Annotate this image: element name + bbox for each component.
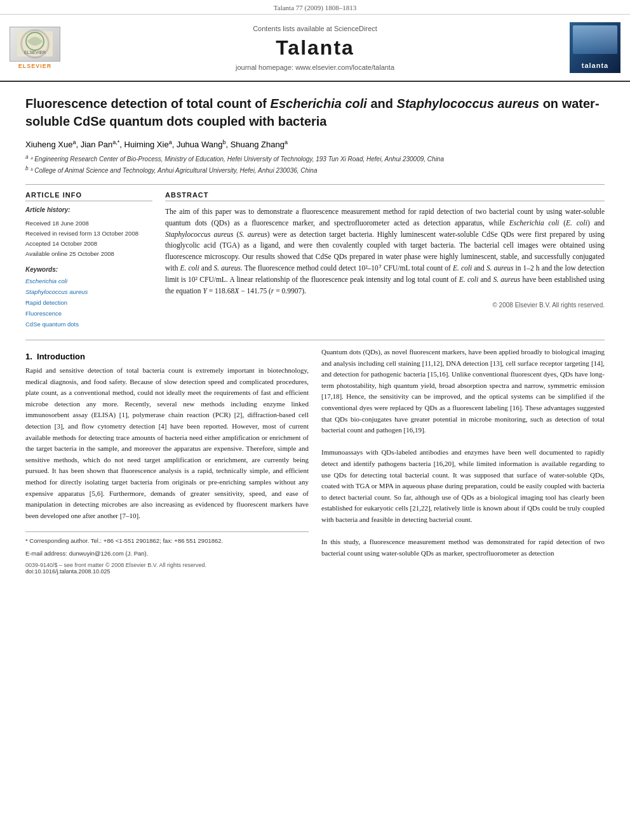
keyword-3: Rapid detection <box>25 297 152 308</box>
keyword-2: Staphylococcus aureus <box>25 286 152 297</box>
article-info-heading: ARTICLE INFO <box>25 191 152 201</box>
journal-volume-info: Talanta 77 (2009) 1808–1813 <box>274 4 356 11</box>
history-label: Article history: <box>25 206 152 213</box>
elsevier-logo-image: ELSEVIER <box>10 27 60 62</box>
authors-line: Xiuheng Xuea, Jian Pana,*, Huiming Xiea,… <box>25 139 605 149</box>
article-dates: Received 18 June 2008 Received in revise… <box>25 218 152 260</box>
keyword-1: Escherichia coli <box>25 276 152 286</box>
abstract-heading: ABSTRACT <box>165 191 605 201</box>
intro-right-text: Quantum dots (QDs), as novel fluorescent… <box>321 347 605 559</box>
journal-header-center: Contents lists available at ScienceDirec… <box>70 20 560 76</box>
date-accepted: Accepted 14 October 2008 <box>25 239 152 249</box>
divider-1 <box>25 184 605 185</box>
journal-top-bar: Talanta 77 (2009) 1808–1813 <box>0 0 630 15</box>
talanta-logo: talanta <box>570 22 620 73</box>
intro-section-title: 1. Introduction <box>25 352 309 361</box>
elsevier-logo-area: ELSEVIER ELSEVIER <box>0 20 70 76</box>
abstract-text: The aim of this paper was to demonstrate… <box>165 206 605 297</box>
svg-rect-0 <box>17 31 53 57</box>
divider-2 <box>25 340 605 340</box>
article-info-abstract-section: ARTICLE INFO Article history: Received 1… <box>25 191 605 330</box>
paper-title: Fluorescence detection of total count of… <box>25 95 605 130</box>
body-two-col: 1. Introduction Rapid and sensitive dete… <box>25 347 605 575</box>
talanta-logo-text: talanta <box>582 62 608 69</box>
article-info-column: ARTICLE INFO Article history: Received 1… <box>25 191 152 330</box>
footer-doi: doi:10.1016/j.talanta.2008.10.025 <box>25 568 309 575</box>
svg-point-1 <box>26 32 44 50</box>
affiliation-a: a ᵃ Engineering Research Center of Bio-P… <box>25 153 605 164</box>
body-left-column: 1. Introduction Rapid and sensitive dete… <box>25 347 309 575</box>
body-right-column: Quantum dots (QDs), as novel fluorescent… <box>321 347 605 575</box>
svg-text:ELSEVIER: ELSEVIER <box>24 50 46 55</box>
talanta-logo-area: talanta <box>560 20 630 76</box>
elsevier-text-label: ELSEVIER <box>18 63 52 69</box>
keywords-label: Keywords: <box>25 266 152 273</box>
homepage-text: journal homepage: www.elsevier.com/locat… <box>236 63 394 71</box>
keywords-list: Escherichia coli Staphylococcus aureus R… <box>25 276 152 330</box>
abstract-column: ABSTRACT The aim of this paper was to de… <box>165 191 605 330</box>
intro-left-text: Rapid and sensitive detection of total b… <box>25 365 309 521</box>
journal-title: Talanta <box>276 36 354 60</box>
date-revised: Received in revised form 13 October 2008 <box>25 229 152 239</box>
intro-number: 1. <box>25 352 32 361</box>
affiliations: a ᵃ Engineering Research Center of Bio-P… <box>25 153 605 175</box>
journal-homepage: journal homepage: www.elsevier.com/locat… <box>236 63 394 71</box>
affiliation-b: b ᵇ College of Animal Science and Techno… <box>25 164 605 175</box>
footnote-email: E-mail address: dunwuyin@126.com (J. Pan… <box>25 549 309 558</box>
date-received: Received 18 June 2008 <box>25 218 152 229</box>
footnote-corresponding: * Corresponding author. Tel.: +86 <1-551… <box>25 536 309 545</box>
footer-area: * Corresponding author. Tel.: +86 <1-551… <box>25 531 309 574</box>
science-direct-line: Contents lists available at ScienceDirec… <box>253 25 377 32</box>
contents-list-text: Contents lists available at ScienceDirec… <box>253 25 377 32</box>
main-content: Fluorescence detection of total count of… <box>0 82 630 587</box>
date-online: Available online 25 October 2008 <box>25 249 152 259</box>
keyword-5: CdSe quantum dots <box>25 319 152 330</box>
keyword-4: Fluorescence <box>25 308 152 319</box>
elsevier-logo: ELSEVIER ELSEVIER <box>10 27 60 69</box>
footer-copyright: 0039-9140/$ – see front matter © 2008 El… <box>25 562 309 568</box>
copyright-notice: © 2008 Elsevier B.V. All rights reserved… <box>165 302 605 309</box>
journal-header: ELSEVIER ELSEVIER Contents lists availab… <box>0 15 630 82</box>
